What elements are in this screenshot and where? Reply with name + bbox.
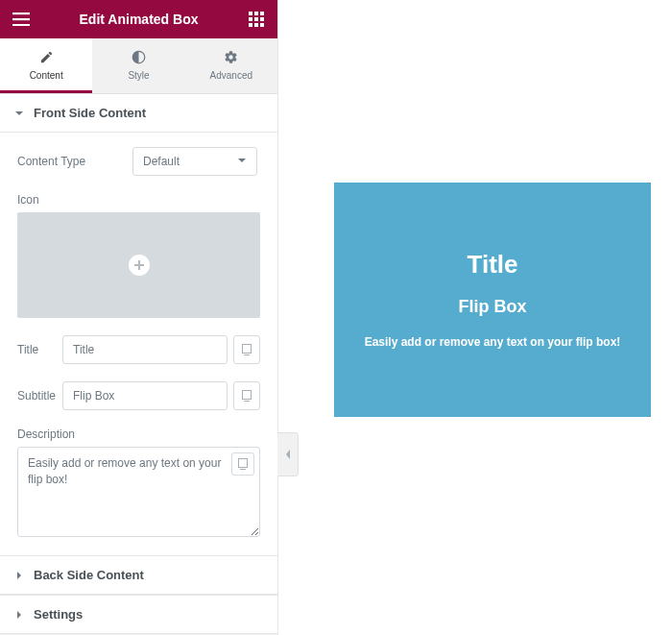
caret-right-icon	[14, 571, 24, 580]
section-title: Settings	[34, 607, 83, 622]
editor-tabs: Content Style Advanced	[0, 38, 277, 94]
editor-sidebar: Edit Animated Box Content Sty	[0, 0, 278, 635]
content-type-select[interactable]: Default	[132, 147, 257, 176]
dynamic-tags-button[interactable]	[231, 452, 254, 476]
field-label: Title	[17, 343, 62, 356]
chevron-down-icon	[237, 155, 247, 168]
dynamic-tags-button[interactable]	[233, 335, 260, 364]
caret-right-icon	[14, 610, 24, 620]
grid-icon[interactable]	[245, 8, 268, 31]
field-label: Subtitle	[17, 389, 62, 403]
svg-rect-5	[260, 12, 264, 15]
field-subtitle: Subtitle	[17, 381, 260, 410]
svg-rect-6	[249, 17, 252, 21]
hamburger-icon[interactable]	[10, 8, 33, 31]
tab-content[interactable]: Content	[0, 38, 92, 93]
svg-rect-8	[260, 17, 264, 21]
flip-box-description: Easily add or remove any text on your fl…	[365, 334, 621, 351]
plus-icon	[129, 255, 150, 276]
svg-rect-0	[12, 12, 30, 14]
select-value: Default	[143, 155, 180, 168]
svg-rect-9	[249, 23, 252, 27]
panel-title: Edit Animated Box	[33, 12, 245, 27]
svg-rect-10	[254, 23, 258, 27]
svg-rect-2	[12, 24, 30, 26]
tab-label: Advanced	[210, 70, 252, 81]
section-back-header[interactable]: Back Side Content	[0, 555, 277, 595]
svg-rect-7	[254, 17, 258, 21]
dynamic-tags-button[interactable]	[233, 381, 260, 410]
svg-rect-1	[12, 18, 30, 20]
field-content-type: Content Type Default	[17, 147, 260, 176]
editor-topbar: Edit Animated Box	[0, 0, 277, 38]
contrast-icon	[92, 50, 184, 64]
description-textarea[interactable]	[17, 447, 260, 537]
gear-icon	[185, 50, 277, 64]
tab-label: Style	[128, 70, 149, 81]
tab-style[interactable]: Style	[92, 38, 184, 93]
flip-box-subtitle: Flip Box	[459, 297, 527, 317]
svg-rect-4	[254, 12, 258, 15]
subtitle-input[interactable]	[62, 381, 228, 410]
section-title: Back Side Content	[34, 568, 144, 582]
description-label: Description	[17, 427, 260, 441]
panel-scroll[interactable]: Front Side Content Content Type Default …	[0, 94, 277, 635]
svg-rect-3	[249, 12, 252, 15]
preview-area: Title Flip Box Easily add or remove any …	[278, 0, 672, 635]
icon-label: Icon	[17, 193, 260, 207]
title-input[interactable]	[62, 335, 228, 364]
icon-upload-area[interactable]	[17, 212, 260, 318]
section-settings-header[interactable]: Settings	[0, 595, 277, 634]
section-title: Front Side Content	[34, 106, 146, 120]
field-title: Title	[17, 335, 260, 364]
flip-box-widget[interactable]: Title Flip Box Easily add or remove any …	[334, 183, 651, 417]
svg-rect-11	[260, 23, 264, 27]
svg-rect-14	[134, 264, 144, 266]
tab-advanced[interactable]: Advanced	[185, 38, 277, 93]
caret-down-icon	[14, 109, 24, 118]
flip-box-title: Title	[468, 250, 518, 280]
chevron-left-icon	[284, 449, 292, 460]
field-label: Content Type	[17, 155, 132, 168]
tab-label: Content	[30, 70, 63, 81]
pencil-icon	[0, 50, 92, 64]
section-front-header[interactable]: Front Side Content	[0, 94, 277, 133]
panel-collapse-handle[interactable]	[277, 432, 299, 476]
section-front-body: Content Type Default Icon Title	[0, 133, 277, 555]
